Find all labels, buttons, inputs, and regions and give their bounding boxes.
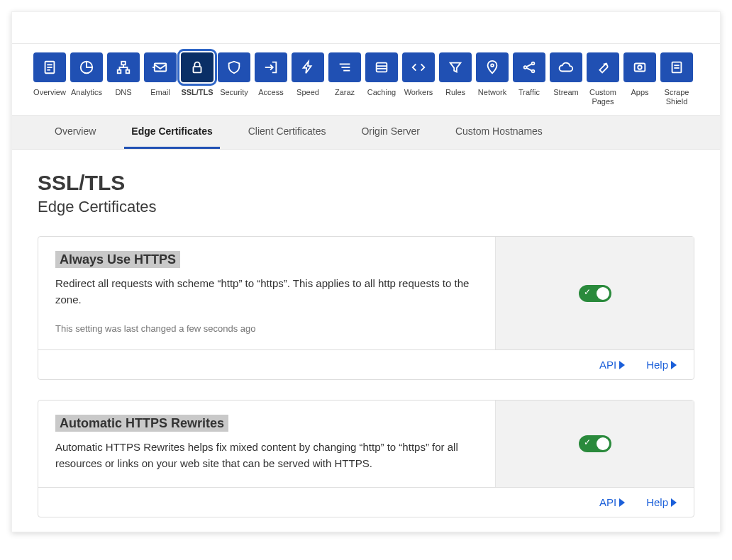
topnav-item-stream[interactable]: Stream [550,52,582,115]
wrench-icon [587,52,619,82]
topnav-label: Custom Pages [587,88,619,106]
document-icon [33,52,66,82]
topnav-item-ssltls[interactable]: SSL/TLS [181,52,214,115]
svg-rect-5 [121,62,126,65]
card-desc: Redirect all requests with scheme “http”… [55,276,478,308]
card-automatic-https-rewrites: Automatic HTTPS Rewrites Automatic HTTPS… [38,400,694,517]
topnav-item-email[interactable]: Email [144,52,177,115]
topnav-label: Overview [33,88,66,97]
chevron-right-icon [671,498,677,507]
svg-point-17 [524,66,527,69]
login-icon [255,52,287,82]
svg-rect-23 [635,64,645,72]
help-link[interactable]: Help [646,359,677,371]
card-heading: Always Use HTTPS [55,251,180,268]
subnav-item-client-certificates[interactable]: Client Certificates [241,116,333,149]
svg-line-20 [526,64,531,67]
lock-icon [181,52,214,82]
topnav-item-dns[interactable]: DNS [107,52,140,115]
svg-rect-8 [155,64,167,72]
help-link-label: Help [646,359,668,371]
topnav-item-traffic[interactable]: Traffic [513,52,545,115]
topnav-label: Speed [296,88,319,97]
help-link-label: Help [646,496,668,508]
topnav: Overview Analytics DNS Email [12,43,720,116]
svg-rect-13 [377,63,387,72]
chevron-right-icon [619,498,625,507]
svg-rect-6 [118,70,121,74]
subnav-item-edge-certificates[interactable]: Edge Certificates [124,116,219,149]
topnav-label: Traffic [518,88,540,97]
pie-chart-icon [70,52,103,82]
svg-rect-9 [194,67,201,72]
topnav-item-overview[interactable]: Overview [33,52,66,115]
svg-point-22 [606,64,607,65]
svg-rect-7 [126,70,130,74]
card-footer: API Help [38,487,694,517]
bolt-icon [292,52,324,82]
help-link[interactable]: Help [646,496,677,508]
svg-point-16 [491,64,494,67]
chevron-right-icon [671,361,677,369]
toggle-automatic-https-rewrites[interactable] [579,435,611,452]
card-heading: Automatic HTTPS Rewrites [55,415,228,432]
card-main: Always Use HTTPS Redirect all requests w… [38,237,495,349]
topnav-item-apps[interactable]: Apps [623,52,656,115]
api-link-label: API [599,496,616,508]
topnav-label: Scrape Shield [660,88,693,106]
topnav-label: Apps [631,88,648,97]
topnav-label: Caching [367,88,396,97]
topnav-item-rules[interactable]: Rules [439,52,472,115]
card-footer: API Help [38,349,694,379]
svg-line-21 [526,68,531,71]
api-link-label: API [599,359,616,371]
topnav-label: DNS [115,88,131,97]
topnav-label: Analytics [71,88,102,97]
svg-point-19 [532,70,535,73]
topnav-label: SSL/TLS [181,88,213,97]
topnav-label: Network [478,88,506,97]
api-link[interactable]: API [599,496,625,508]
toggle-always-use-https[interactable] [579,285,611,302]
content: SSL/TLS Edge Certificates Always Use HTT… [12,150,720,532]
subnav-item-overview[interactable]: Overview [48,116,103,149]
card-side [495,237,694,349]
topnav-item-custom-pages[interactable]: Custom Pages [587,52,619,115]
pin-icon [476,52,509,82]
cloud-icon [550,52,582,82]
api-link[interactable]: API [599,359,625,371]
card-main: Automatic HTTPS Rewrites Automatic HTTPS… [38,401,495,487]
topnav-item-workers[interactable]: Workers [402,52,435,115]
topnav-item-security[interactable]: Security [218,52,250,115]
topnav-item-zaraz[interactable]: Zaraz [328,52,361,115]
topnav-item-network[interactable]: Network [476,52,509,115]
subnav: Overview Edge Certificates Client Certif… [12,116,720,150]
code-icon [402,52,435,82]
shield-icon [218,52,250,82]
chevron-right-icon [619,361,625,369]
funnel-icon [439,52,472,82]
svg-point-24 [638,65,642,69]
topnav-label: Zaraz [335,88,355,97]
page-subtitle: Edge Certificates [38,198,694,216]
topnav-item-analytics[interactable]: Analytics [70,52,103,115]
header-spacer [12,12,720,43]
card-always-use-https: Always Use HTTPS Redirect all requests w… [38,236,694,380]
tree-icon [107,52,140,82]
page-title: SSL/TLS [38,171,694,195]
topnav-item-caching[interactable]: Caching [365,52,398,115]
topnav-label: Rules [445,88,465,97]
topnav-label: Workers [404,88,433,97]
page-container: Overview Analytics DNS Email [11,11,721,532]
subnav-item-custom-hostnames[interactable]: Custom Hostnames [448,116,550,149]
subnav-item-origin-server[interactable]: Origin Server [354,116,426,149]
topnav-label: Email [150,88,170,97]
svg-point-18 [532,62,535,65]
bars-icon [328,52,361,82]
topnav-item-scrape-shield[interactable]: Scrape Shield [660,52,693,115]
topnav-item-access[interactable]: Access [255,52,287,115]
topnav-item-speed[interactable]: Speed [292,52,324,115]
mail-icon [144,52,177,82]
card-desc: Automatic HTTPS Rewrites helps fix mixed… [55,439,478,471]
camera-icon [623,52,656,82]
